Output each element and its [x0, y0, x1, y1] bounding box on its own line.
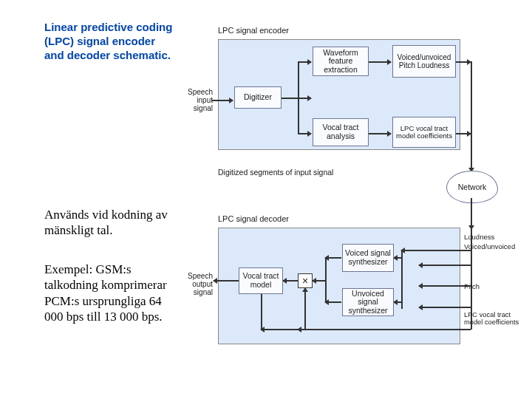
- decoder-output-label: Speech output signal: [177, 272, 213, 296]
- encoder-input-label: Speech input signal: [177, 88, 213, 112]
- digitizer-box: Digitizer: [234, 86, 282, 109]
- vta-box: Vocal tract analysis: [313, 118, 369, 146]
- arrow: [214, 280, 239, 282]
- arrow: [298, 133, 311, 134]
- pitch-label: Pitch: [464, 282, 480, 290]
- arrow: [298, 61, 311, 63]
- arrow: [282, 98, 311, 99]
- arrow: [261, 329, 298, 330]
- loudness-label: Loudness: [464, 233, 494, 241]
- arrow: [304, 288, 306, 329]
- arrow: [394, 301, 401, 303]
- arrow: [419, 285, 471, 287]
- uvss-box: Unvoiced signal synthesizer: [342, 288, 394, 316]
- arrow: [471, 198, 472, 229]
- paragraph-example: Exempel: GSM:s talkodning komprimerar PC…: [44, 262, 174, 324]
- arrow: [283, 280, 298, 282]
- line: [471, 61, 472, 134]
- encoder-diagram: LPC signal encoder Speech input signal D…: [181, 26, 514, 170]
- decoder-header: LPC signal decoder: [218, 214, 289, 223]
- arrow: [401, 250, 471, 251]
- arrow: [212, 100, 233, 101]
- arrow: [325, 301, 341, 303]
- decoder-diagram: LPC signal decoder Loudness Voiced/unvoi…: [181, 214, 514, 358]
- vuv-label: Voiced/unvoiced: [464, 242, 515, 250]
- vss-box: Voiced signal synthesizer: [342, 244, 394, 272]
- line: [401, 250, 403, 309]
- arrow: [456, 61, 471, 63]
- arrow: [313, 280, 325, 282]
- vup-box: Voiced/unvoiced Pitch Loudness: [392, 45, 456, 78]
- encoder-header: LPC signal encoder: [218, 26, 289, 35]
- network-cloud: Network: [446, 171, 498, 203]
- arrow: [369, 133, 391, 134]
- arrow: [419, 307, 471, 308]
- arrow: [394, 257, 401, 259]
- vtm-box: Vocal tract model: [239, 267, 283, 294]
- paragraph-usage: Används vid kodning av mänskligt tal.: [44, 207, 177, 239]
- arrow: [456, 133, 471, 134]
- slide-title: Linear predictive coding (LPC) signal en…: [44, 21, 177, 62]
- wfe-box: Waveform feature extraction: [313, 47, 369, 76]
- combine-node: ×: [298, 273, 313, 288]
- arrow: [419, 265, 471, 266]
- coef-box: LPC vocal tract model coefficients: [392, 117, 456, 148]
- arrow: [298, 329, 471, 330]
- arrow: [471, 133, 472, 171]
- line: [298, 61, 299, 134]
- line: [325, 257, 327, 303]
- arrow: [325, 257, 341, 259]
- line: [261, 294, 262, 330]
- dec-coef-label: LPC vocal tract model coefficients: [464, 312, 522, 327]
- midlabel: Digitized segments of input signal: [218, 168, 333, 177]
- arrow: [369, 61, 391, 63]
